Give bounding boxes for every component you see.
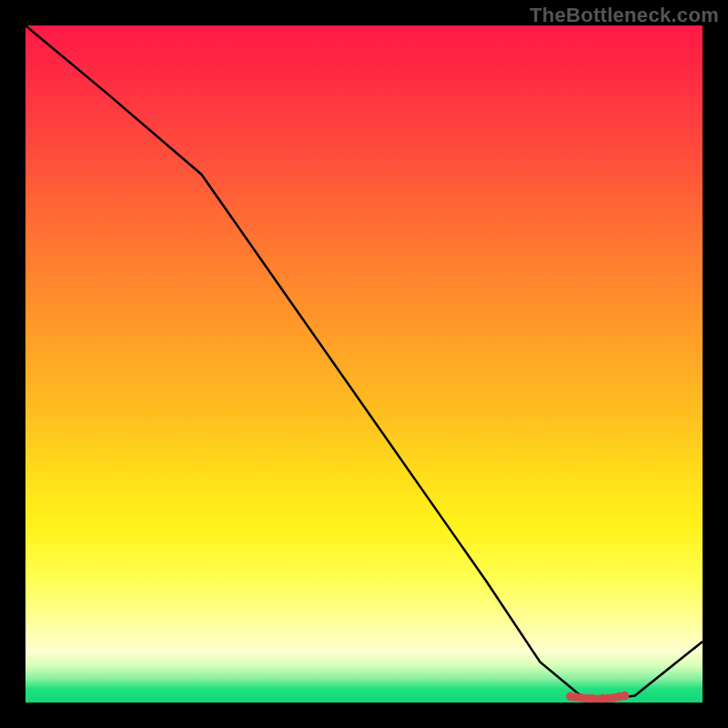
line-curve [25, 25, 703, 699]
marker-group [566, 692, 629, 703]
curve-marker [621, 692, 630, 701]
chart-svg [25, 25, 703, 703]
watermark-text: TheBottleneck.com [530, 4, 719, 27]
chart-stage: TheBottleneck.com [0, 0, 728, 728]
plot-area [25, 25, 703, 703]
